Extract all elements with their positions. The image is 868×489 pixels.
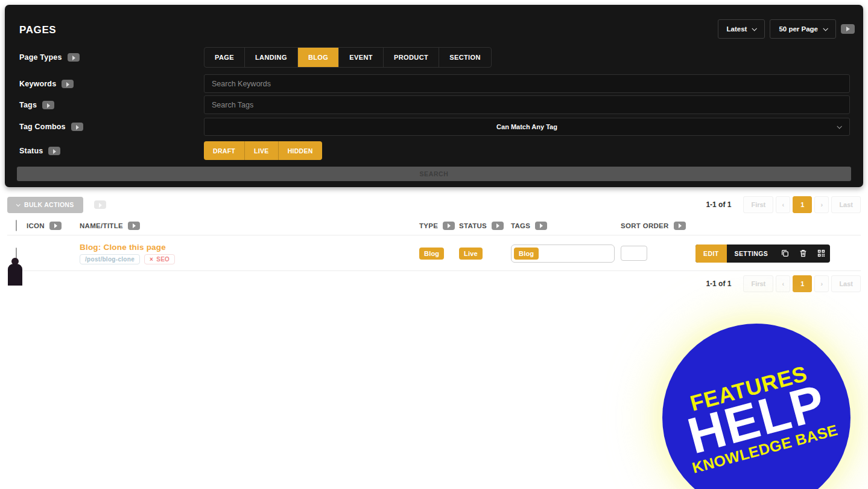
bulk-actions-label: BULK ACTIONS — [24, 201, 74, 208]
list-toolbar: BULK ACTIONS 1-1 of 1 First ‹ 1 › Last — [7, 196, 861, 214]
status-button-group: DRAFT LIVE HIDDEN — [204, 141, 322, 160]
column-header-name-title: NAME/TITLE — [80, 222, 419, 230]
status-live-button[interactable]: LIVE — [245, 141, 279, 160]
chevron-down-icon — [823, 26, 828, 31]
search-button[interactable]: SEARCH — [17, 167, 851, 181]
column-header-status: STATUS — [459, 222, 511, 230]
type-badge: Blog — [419, 248, 444, 260]
pagination-last-button[interactable]: Last — [831, 275, 861, 292]
column-header-sort-order: SORT ORDER — [621, 222, 695, 230]
pagination-first-button[interactable]: First — [743, 275, 773, 292]
video-tutorial-icon[interactable] — [42, 101, 54, 109]
filter-label-page-types: Page Types — [19, 53, 80, 62]
tab-product[interactable]: PRODUCT — [384, 48, 439, 67]
keywords-field-wrap — [204, 74, 850, 93]
pagination-bottom: 1-1 of 1 First ‹ 1 › Last — [706, 275, 861, 292]
duplicate-button[interactable] — [776, 245, 794, 263]
list-controls: Latest 50 per Page — [718, 19, 855, 39]
seo-warning-chip[interactable]: × SEO — [144, 254, 175, 264]
tags-search-input[interactable] — [204, 95, 850, 114]
sort-order-input[interactable] — [621, 246, 647, 261]
pagination-summary: 1-1 of 1 — [706, 280, 731, 288]
video-tutorial-icon[interactable] — [94, 200, 106, 209]
status-filter-wrap: DRAFT LIVE HIDDEN — [204, 141, 850, 160]
page-title: PAGES — [19, 24, 56, 36]
video-tutorial-icon[interactable] — [674, 222, 686, 230]
tab-section[interactable]: SECTION — [439, 48, 491, 67]
edit-button[interactable]: EDIT — [695, 245, 727, 263]
keywords-search-input[interactable] — [204, 74, 850, 93]
trash-icon — [799, 249, 808, 258]
filter-label-keywords: Keywords — [19, 80, 74, 88]
status-hidden-button[interactable]: HIDDEN — [279, 141, 322, 160]
pagination-next-button[interactable]: › — [814, 275, 829, 292]
page-title-link[interactable]: Blog: Clone this page — [80, 243, 419, 252]
video-tutorial-icon[interactable] — [48, 147, 60, 155]
video-tutorial-icon[interactable] — [49, 222, 62, 230]
per-page-dropdown[interactable]: 50 per Page — [770, 19, 836, 39]
video-tutorial-icon[interactable] — [443, 222, 455, 230]
column-header-icon: ICON — [27, 222, 80, 230]
status-badge: Live — [459, 248, 483, 260]
row-actions-group: EDIT SETTINGS — [695, 245, 830, 263]
pagination-top: 1-1 of 1 First ‹ 1 › Last — [706, 196, 861, 213]
page-type-tab-group: PAGE LANDING BLOG EVENT PRODUCT SECTION — [204, 47, 492, 68]
settings-button[interactable]: SETTINGS — [727, 245, 776, 263]
x-icon: × — [150, 256, 153, 263]
filter-label-text: Tags — [19, 101, 37, 109]
filter-label-status: Status — [19, 147, 60, 155]
help-knowledge-base-badge[interactable]: FEATURES HELP KNOWLEDGE BASE — [662, 324, 851, 489]
seo-chip-label: SEO — [156, 256, 169, 263]
video-tutorial-icon[interactable] — [71, 123, 83, 131]
tag-combos-field-wrap: Can Match Any Tag — [204, 118, 850, 136]
pagination-page-1-button[interactable]: 1 — [793, 196, 812, 213]
video-tutorial-icon[interactable] — [535, 222, 547, 230]
column-header-type: TYPE — [419, 222, 459, 230]
tab-blog[interactable]: BLOG — [298, 48, 339, 67]
pagination-next-button[interactable]: › — [814, 196, 829, 213]
tab-event[interactable]: EVENT — [339, 48, 384, 67]
video-tutorial-icon[interactable] — [841, 24, 855, 34]
table-header-row: ICON NAME/TITLE TYPE STATUS TAGS SORT OR… — [7, 216, 861, 235]
qr-code-button[interactable] — [812, 245, 830, 263]
filter-label-tag-combos: Tag Combos — [19, 123, 83, 131]
tag-combos-selected-value: Can Match Any Tag — [496, 123, 557, 130]
sort-dropdown-value: Latest — [727, 25, 747, 33]
page-slug-chip: /post/blog-clone — [80, 254, 140, 264]
column-header-tags: TAGS — [511, 222, 621, 230]
video-tutorial-icon[interactable] — [128, 222, 140, 230]
bulk-actions-button[interactable]: BULK ACTIONS — [7, 197, 83, 213]
tags-field-wrap — [204, 95, 850, 114]
filter-label-text: Tag Combos — [19, 123, 66, 131]
pagination-summary: 1-1 of 1 — [706, 200, 731, 209]
pagination-last-button[interactable]: Last — [831, 196, 861, 213]
tag-badge[interactable]: Blog — [514, 248, 539, 260]
page-type-tabs: PAGE LANDING BLOG EVENT PRODUCT SECTION — [204, 47, 850, 68]
status-draft-button[interactable]: DRAFT — [204, 141, 245, 160]
filter-label-text: Keywords — [19, 80, 56, 88]
pagination-first-button[interactable]: First — [743, 196, 773, 213]
filters-panel: PAGES Latest 50 per Page Page Types Keyw… — [5, 5, 863, 187]
pagination-prev-button[interactable]: ‹ — [776, 196, 790, 213]
select-all-checkbox[interactable] — [16, 220, 17, 231]
filter-label-text: Page Types — [19, 53, 62, 62]
row-checkbox[interactable] — [16, 248, 17, 259]
pagination-page-1-button[interactable]: 1 — [793, 275, 812, 292]
sort-dropdown[interactable]: Latest — [718, 19, 765, 39]
page-meta-chips: /post/blog-clone × SEO — [80, 254, 419, 264]
tab-page[interactable]: PAGE — [204, 48, 245, 67]
tab-landing[interactable]: LANDING — [245, 48, 298, 67]
copy-icon — [781, 249, 790, 258]
tag-combos-select[interactable]: Can Match Any Tag — [204, 118, 850, 136]
delete-button[interactable] — [794, 245, 812, 263]
pagination-prev-button[interactable]: ‹ — [776, 275, 790, 292]
row-tags-input[interactable]: Blog — [511, 245, 615, 263]
video-tutorial-icon[interactable] — [492, 222, 504, 230]
filter-label-text: Status — [19, 147, 43, 155]
table-row: Blog: Clone this page /post/blog-clone ×… — [7, 236, 861, 271]
video-tutorial-icon[interactable] — [62, 80, 74, 88]
per-page-dropdown-value: 50 per Page — [779, 25, 818, 33]
chevron-down-icon — [837, 124, 841, 129]
name-title-cell: Blog: Clone this page /post/blog-clone ×… — [80, 243, 419, 264]
video-tutorial-icon[interactable] — [68, 53, 80, 62]
